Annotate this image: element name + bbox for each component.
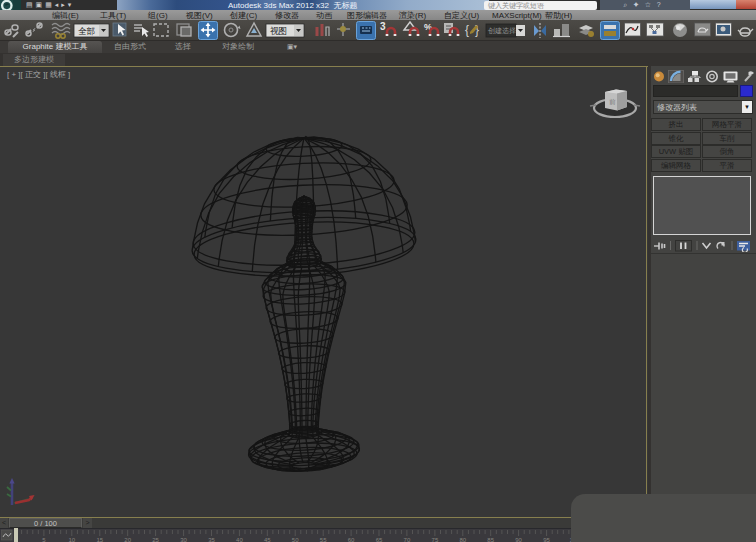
svg-text:}: } bbox=[475, 23, 479, 37]
svg-text:视图: 视图 bbox=[270, 26, 287, 36]
svg-text:全部: 全部 bbox=[78, 26, 95, 36]
svg-text:70: 70 bbox=[404, 537, 411, 542]
svg-text:35: 35 bbox=[208, 537, 215, 542]
svg-text:20: 20 bbox=[124, 537, 131, 542]
svg-text:{: { bbox=[465, 23, 469, 37]
svg-text:85: 85 bbox=[487, 537, 494, 542]
svg-text:60: 60 bbox=[348, 537, 355, 542]
svg-text:25: 25 bbox=[152, 537, 159, 542]
svg-text:30: 30 bbox=[180, 537, 187, 542]
svg-text:75: 75 bbox=[432, 537, 439, 542]
svg-text:45: 45 bbox=[264, 537, 271, 542]
svg-text:前: 前 bbox=[609, 98, 616, 105]
svg-text:90: 90 bbox=[515, 537, 522, 542]
svg-text:15: 15 bbox=[96, 537, 103, 542]
svg-text:50: 50 bbox=[292, 537, 299, 542]
svg-text:40: 40 bbox=[236, 537, 243, 542]
svg-text:5: 5 bbox=[42, 537, 46, 542]
svg-text:65: 65 bbox=[376, 537, 383, 542]
svg-text:55: 55 bbox=[320, 537, 327, 542]
svg-text:95: 95 bbox=[543, 537, 550, 542]
svg-text:80: 80 bbox=[459, 537, 466, 542]
svg-text:10: 10 bbox=[68, 537, 75, 542]
svg-text:3: 3 bbox=[380, 21, 386, 32]
